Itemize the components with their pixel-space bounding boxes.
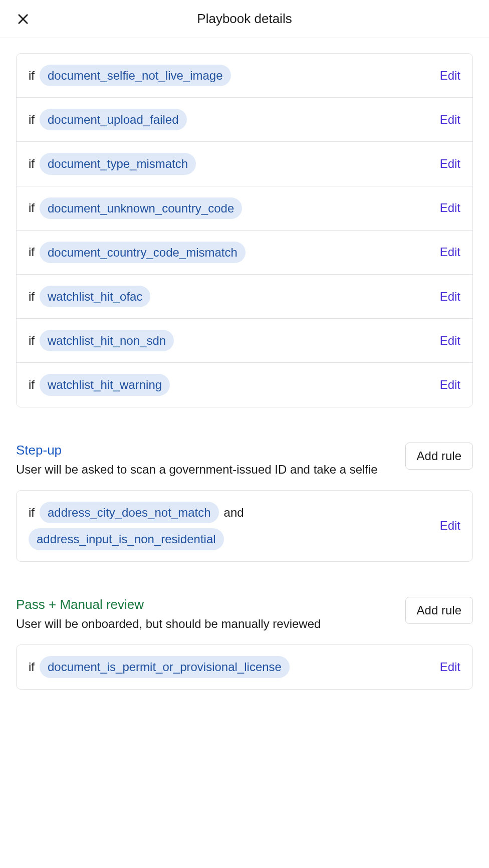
rule-row: if document_upload_failed Edit (17, 98, 472, 142)
rule-row: if document_country_code_mismatch Edit (17, 231, 472, 275)
edit-button[interactable]: Edit (440, 245, 460, 259)
section-pass-manual: Pass + Manual review User will be onboar… (16, 597, 473, 690)
rule-keyword-if: if (29, 334, 35, 348)
header: Playbook details (0, 0, 489, 38)
edit-button[interactable]: Edit (440, 157, 460, 171)
rule-condition: if document_upload_failed (29, 109, 432, 130)
rule-list-pass-manual: if document_is_permit_or_provisional_lic… (16, 644, 473, 689)
rule-condition: if watchlist_hit_warning (29, 374, 432, 395)
rule-keyword-if: if (29, 378, 35, 392)
rule-row: if document_selfie_not_live_image Edit (17, 54, 472, 98)
rule-keyword-if: if (29, 113, 35, 127)
section-description: User will be onboarded, but should be ma… (16, 615, 395, 633)
rule-tag: watchlist_hit_non_sdn (40, 330, 174, 351)
rule-keyword-if: if (29, 201, 35, 215)
rule-condition: if document_is_permit_or_provisional_lic… (29, 656, 432, 678)
edit-button[interactable]: Edit (440, 660, 460, 674)
rule-keyword-if: if (29, 245, 35, 259)
rule-keyword-and: and (224, 506, 244, 520)
rule-tag: address_input_is_non_residential (29, 528, 224, 550)
section-header-text: Step-up User will be asked to scan a gov… (16, 443, 395, 479)
edit-button[interactable]: Edit (440, 201, 460, 215)
section-header: Step-up User will be asked to scan a gov… (16, 443, 473, 479)
rule-row: if document_type_mismatch Edit (17, 142, 472, 186)
rule-keyword-if: if (29, 157, 35, 171)
section-title-stepup: Step-up (16, 443, 395, 458)
rule-keyword-if: if (29, 69, 35, 83)
rule-condition: if watchlist_hit_non_sdn (29, 330, 432, 351)
close-icon (16, 12, 30, 26)
edit-button[interactable]: Edit (440, 519, 460, 533)
rule-row: if watchlist_hit_ofac Edit (17, 275, 472, 319)
rule-condition: if document_selfie_not_live_image (29, 65, 432, 86)
edit-button[interactable]: Edit (440, 69, 460, 83)
rule-keyword-if: if (29, 660, 35, 674)
section-title-pass-manual: Pass + Manual review (16, 597, 395, 612)
rule-tag: document_selfie_not_live_image (40, 65, 231, 86)
add-rule-button[interactable]: Add rule (405, 597, 473, 624)
content: if document_selfie_not_live_image Edit i… (0, 38, 489, 710)
rule-tag: document_upload_failed (40, 109, 187, 130)
rule-condition: if document_unknown_country_code (29, 197, 432, 219)
close-button[interactable] (12, 8, 34, 30)
rule-tag: document_country_code_mismatch (40, 242, 246, 263)
rule-row: if document_is_permit_or_provisional_lic… (17, 645, 472, 689)
rule-tag: document_is_permit_or_provisional_licens… (40, 656, 290, 678)
rule-condition: if document_type_mismatch (29, 153, 432, 174)
edit-button[interactable]: Edit (440, 290, 460, 304)
edit-button[interactable]: Edit (440, 113, 460, 127)
rule-row: if watchlist_hit_non_sdn Edit (17, 319, 472, 363)
rule-tag: document_type_mismatch (40, 153, 196, 174)
rule-condition: if address_city_does_not_match and addre… (29, 502, 432, 550)
rule-tag: watchlist_hit_ofac (40, 286, 150, 307)
section-stepup: Step-up User will be asked to scan a gov… (16, 443, 473, 562)
edit-button[interactable]: Edit (440, 378, 460, 392)
rule-condition: if document_country_code_mismatch (29, 242, 432, 263)
rule-row: if address_city_does_not_match and addre… (17, 491, 472, 561)
section-header-text: Pass + Manual review User will be onboar… (16, 597, 395, 633)
rule-row: if watchlist_hit_warning Edit (17, 363, 472, 406)
page-title: Playbook details (12, 11, 477, 27)
section-description: User will be asked to scan a government-… (16, 461, 395, 479)
rule-tag: document_unknown_country_code (40, 197, 242, 219)
add-rule-button[interactable]: Add rule (405, 443, 473, 470)
rule-list-stepup: if address_city_does_not_match and addre… (16, 490, 473, 561)
rule-row: if document_unknown_country_code Edit (17, 186, 472, 231)
rule-condition: if watchlist_hit_ofac (29, 286, 432, 307)
rule-tag: address_city_does_not_match (40, 502, 219, 523)
rule-keyword-if: if (29, 506, 35, 520)
rule-list-top: if document_selfie_not_live_image Edit i… (16, 53, 473, 407)
section-header: Pass + Manual review User will be onboar… (16, 597, 473, 633)
edit-button[interactable]: Edit (440, 334, 460, 348)
rule-tag: watchlist_hit_warning (40, 374, 170, 395)
rule-keyword-if: if (29, 290, 35, 304)
